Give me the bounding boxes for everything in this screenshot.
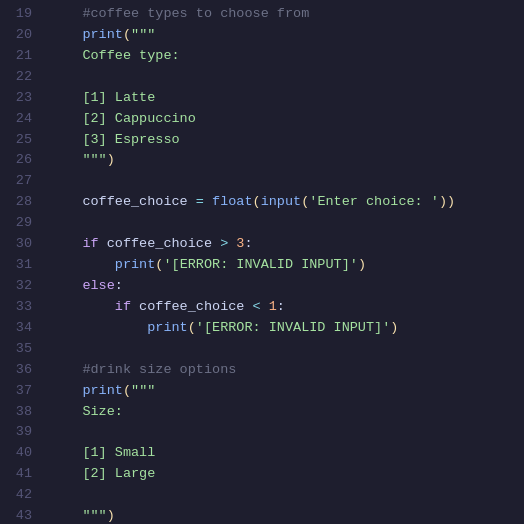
code-line-38: Size: xyxy=(42,402,524,423)
token: print xyxy=(50,320,188,335)
line-number-33: 33 xyxy=(0,297,42,318)
line-number-40: 40 xyxy=(0,443,42,464)
token: """ xyxy=(131,383,155,398)
code-line-28: coffee_choice = float(input('Enter choic… xyxy=(42,192,524,213)
line-number-21: 21 xyxy=(0,46,42,67)
line-number-20: 20 xyxy=(0,25,42,46)
code-line-26: """) xyxy=(42,150,524,171)
token: coffee_choice xyxy=(99,236,221,251)
line-number-34: 34 xyxy=(0,318,42,339)
code-line-39 xyxy=(42,422,524,443)
token: ) xyxy=(107,508,115,523)
line-number-19: 19 xyxy=(0,4,42,25)
code-line-24: [2] Cappuccino xyxy=(42,109,524,130)
token: '[ERROR: INVALID INPUT]' xyxy=(196,320,390,335)
token: ( xyxy=(123,27,131,42)
token: ) xyxy=(358,257,366,272)
line-number-32: 32 xyxy=(0,276,42,297)
token: coffee_choice xyxy=(50,194,196,209)
code-line-40: [1] Small xyxy=(42,443,524,464)
line-number-36: 36 xyxy=(0,360,42,381)
code-line-42 xyxy=(42,485,524,506)
token: [2] Cappuccino xyxy=(50,111,196,126)
token: if xyxy=(50,299,131,314)
token: 'Enter choice: ' xyxy=(309,194,439,209)
line-number-38: 38 xyxy=(0,402,42,423)
token: input xyxy=(261,194,302,209)
token: : xyxy=(115,278,123,293)
token: ) xyxy=(107,152,115,167)
token: ( xyxy=(253,194,261,209)
token: ) xyxy=(390,320,398,335)
token: else xyxy=(50,278,115,293)
token: [3] Espresso xyxy=(50,132,180,147)
token: float xyxy=(204,194,253,209)
line-number-43: 43 xyxy=(0,506,42,524)
code-line-31: print('[ERROR: INVALID INPUT]') xyxy=(42,255,524,276)
line-number-25: 25 xyxy=(0,130,42,151)
code-line-21: Coffee type: xyxy=(42,46,524,67)
token: print xyxy=(50,383,123,398)
code-line-27 xyxy=(42,171,524,192)
code-line-41: [2] Large xyxy=(42,464,524,485)
code-line-36: #drink size options xyxy=(42,360,524,381)
token: 1 xyxy=(261,299,277,314)
code-content: #coffee types to choose from print(""" C… xyxy=(42,0,524,524)
line-number-41: 41 xyxy=(0,464,42,485)
code-line-25: [3] Espresso xyxy=(42,130,524,151)
token: """ xyxy=(131,27,155,42)
token: #drink size options xyxy=(50,362,236,377)
code-line-30: if coffee_choice > 3: xyxy=(42,234,524,255)
line-number-24: 24 xyxy=(0,109,42,130)
token: Coffee type: xyxy=(50,48,180,63)
token: : xyxy=(277,299,285,314)
token: [1] Latte xyxy=(50,90,155,105)
token: print xyxy=(50,257,155,272)
token: ( xyxy=(188,320,196,335)
code-line-20: print(""" xyxy=(42,25,524,46)
token: [2] Large xyxy=(50,466,155,481)
line-number-31: 31 xyxy=(0,255,42,276)
line-number-30: 30 xyxy=(0,234,42,255)
token: )) xyxy=(439,194,455,209)
token: """ xyxy=(50,152,107,167)
code-line-43: """) xyxy=(42,506,524,524)
token: '[ERROR: INVALID INPUT]' xyxy=(163,257,357,272)
line-number-26: 26 xyxy=(0,150,42,171)
token: [1] Small xyxy=(50,445,155,460)
code-line-22 xyxy=(42,67,524,88)
code-editor: 1920212223242526272829303132333435363738… xyxy=(0,0,524,524)
token: ( xyxy=(123,383,131,398)
code-line-34: print('[ERROR: INVALID INPUT]') xyxy=(42,318,524,339)
token: = xyxy=(196,194,204,209)
code-line-29 xyxy=(42,213,524,234)
code-line-35 xyxy=(42,339,524,360)
code-line-33: if coffee_choice < 1: xyxy=(42,297,524,318)
token: < xyxy=(253,299,261,314)
line-number-27: 27 xyxy=(0,171,42,192)
line-number-28: 28 xyxy=(0,192,42,213)
token: print xyxy=(50,27,123,42)
code-line-37: print(""" xyxy=(42,381,524,402)
token: : xyxy=(244,236,252,251)
token: 3 xyxy=(228,236,244,251)
line-number-39: 39 xyxy=(0,422,42,443)
token: #coffee types to choose from xyxy=(50,6,309,21)
line-number-22: 22 xyxy=(0,67,42,88)
token: Size: xyxy=(50,404,123,419)
token: """ xyxy=(50,508,107,523)
code-line-32: else: xyxy=(42,276,524,297)
line-number-37: 37 xyxy=(0,381,42,402)
line-number-23: 23 xyxy=(0,88,42,109)
line-number-35: 35 xyxy=(0,339,42,360)
code-line-19: #coffee types to choose from xyxy=(42,4,524,25)
token: if xyxy=(50,236,99,251)
token: coffee_choice xyxy=(131,299,253,314)
line-number-29: 29 xyxy=(0,213,42,234)
code-line-23: [1] Latte xyxy=(42,88,524,109)
line-number-42: 42 xyxy=(0,485,42,506)
line-numbers: 1920212223242526272829303132333435363738… xyxy=(0,0,42,524)
